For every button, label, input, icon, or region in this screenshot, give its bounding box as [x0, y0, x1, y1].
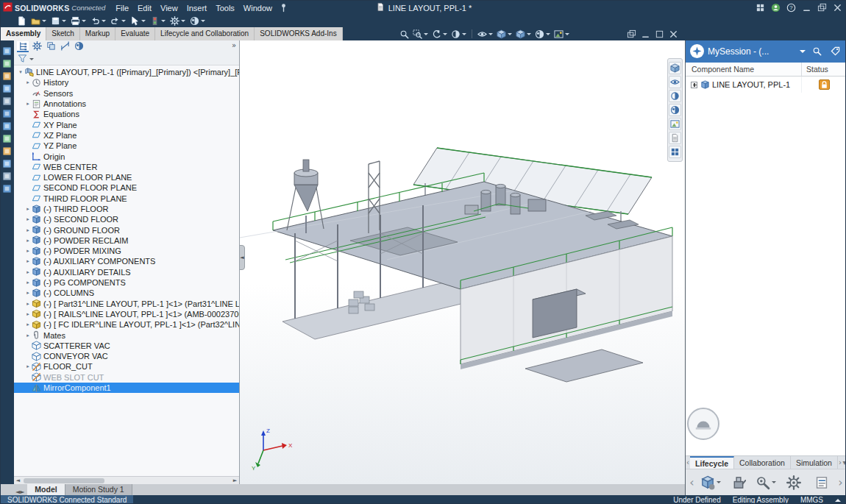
appearances-icon[interactable]: [533, 29, 552, 40]
cascade-windows-icon[interactable]: [625, 28, 639, 40]
tree-item[interactable]: ▸(-) GROUND FLOOR: [14, 224, 239, 235]
menu-window[interactable]: Window: [239, 4, 277, 13]
appearances-icon[interactable]: [188, 15, 207, 26]
tree-item[interactable]: ▸(-) THIRD FLOOR: [14, 204, 239, 214]
expand-arrow-icon[interactable]: ▸: [24, 79, 32, 85]
user-avatar[interactable]: [769, 1, 783, 14]
tree-item[interactable]: YZ Plane: [14, 141, 239, 151]
tree-item[interactable]: ▸(-) SECOND FLOOR: [14, 214, 239, 224]
expand-row-icon[interactable]: [691, 82, 697, 88]
menu-insert[interactable]: Insert: [182, 4, 212, 13]
left-rail-icon[interactable]: [2, 159, 13, 169]
session-caret-icon[interactable]: [800, 50, 806, 53]
graphics-viewport[interactable]: Z X Y ◄: [240, 40, 685, 484]
tab-lifecycle-and-collaboration[interactable]: Lifecycle and Collaboration: [155, 27, 255, 40]
filter-icon[interactable]: [18, 54, 27, 65]
viewport-tool-icon[interactable]: [669, 76, 681, 88]
undo-icon[interactable]: [89, 15, 107, 26]
revision-icon[interactable]: [727, 472, 750, 494]
pin-menu-icon[interactable]: [277, 1, 291, 14]
left-rail-icon[interactable]: [2, 71, 13, 82]
menu-file[interactable]: File: [111, 4, 133, 13]
scrollbar-thumb[interactable]: [24, 478, 104, 483]
close-window-icon[interactable]: [667, 28, 680, 40]
tree-item[interactable]: ▸(-) AUXILIARY COMPONENTS: [14, 256, 239, 266]
minimize-button[interactable]: [800, 1, 814, 14]
tree-horizontal-scrollbar[interactable]: ◄ ►: [14, 476, 239, 484]
expand-arrow-icon[interactable]: ▸: [24, 322, 32, 327]
expand-arrow-icon[interactable]: ▸: [24, 216, 32, 222]
open-icon[interactable]: [29, 15, 48, 26]
print-icon[interactable]: [69, 15, 88, 26]
status-expand-icon[interactable]: [835, 499, 841, 502]
route-icon[interactable]: [810, 472, 833, 494]
expand-arrow-icon[interactable]: ▸: [24, 227, 32, 233]
left-rail-icon[interactable]: [2, 184, 13, 194]
left-rail-icon[interactable]: [2, 84, 13, 94]
tab-motion-study-1[interactable]: Motion Study 1: [65, 484, 132, 495]
select-icon[interactable]: [129, 15, 147, 26]
zoom-area-icon[interactable]: [411, 29, 430, 40]
expand-arrow-icon[interactable]: ▾: [17, 69, 24, 75]
rebuild-icon[interactable]: [149, 15, 167, 26]
tag-icon[interactable]: [828, 46, 842, 56]
expand-arrow-icon[interactable]: ▸: [24, 333, 32, 338]
viewport-tool-icon[interactable]: [669, 146, 681, 158]
scroll-right-icon[interactable]: ►: [231, 478, 239, 483]
toolbar-scroll-right-icon[interactable]: ›: [836, 475, 845, 489]
panel-expand-icon[interactable]: ▾: [842, 456, 846, 469]
tree-item[interactable]: ▸(-) [ FC IDLER^LINE LAYOUT, PPL-1 ]<1> …: [14, 319, 239, 330]
viewport-tool-icon[interactable]: [669, 62, 681, 74]
expand-arrow-icon[interactable]: ▸: [24, 101, 32, 107]
toolbar-scroll-left-icon[interactable]: ‹: [687, 475, 697, 489]
section-view-icon[interactable]: [449, 29, 468, 40]
panel-tab-simulation[interactable]: Simulation: [791, 456, 838, 469]
tree-item[interactable]: ▸(-) COLUMNS: [14, 288, 239, 298]
component-row[interactable]: LINE LAYOUT, PPL-1: [686, 77, 846, 93]
tree-item[interactable]: ▸History: [14, 77, 239, 88]
propertymanager-tab-icon[interactable]: [31, 41, 43, 52]
new-icon[interactable]: [15, 15, 28, 26]
tree-item[interactable]: ▸(-) AUXILIARY DETAILS: [14, 267, 239, 277]
tree-item[interactable]: ▸Mates: [14, 330, 239, 340]
close-button[interactable]: [831, 1, 845, 14]
panel-tab-lifecycle[interactable]: Lifecycle: [690, 456, 734, 469]
tree-item[interactable]: XY Plane: [14, 119, 239, 129]
left-rail-icon[interactable]: [2, 96, 13, 107]
column-component-name[interactable]: Component Name: [686, 65, 801, 74]
restore-button[interactable]: [815, 1, 829, 14]
expand-arrow-icon[interactable]: ▸: [24, 311, 32, 317]
search-icon[interactable]: [809, 46, 824, 56]
tab-scroll-icon[interactable]: ◄►: [15, 489, 24, 495]
left-rail-icon[interactable]: [2, 109, 13, 119]
flyout-menu-icon[interactable]: »: [232, 41, 236, 49]
expand-arrow-icon[interactable]: ▸: [24, 258, 32, 264]
left-rail-icon[interactable]: [2, 134, 13, 144]
session-label[interactable]: MySession - (...: [708, 46, 796, 57]
tree-item[interactable]: CONVEYOR VAC: [14, 351, 239, 361]
tree-item[interactable]: SCATTERER VAC: [14, 341, 239, 351]
3dexperience-compass-icon[interactable]: [690, 44, 704, 58]
tree-item[interactable]: ▸(-) [ Part31^LINE LAYOUT, PPL-1 ]<1> (P…: [14, 299, 239, 309]
tab-evaluate[interactable]: Evaluate: [115, 27, 155, 40]
locked-status-icon[interactable]: [819, 79, 830, 90]
redo-icon[interactable]: [109, 15, 127, 26]
maximize-window-icon[interactable]: [653, 28, 667, 40]
panel-collapse-handle[interactable]: ◄: [240, 245, 245, 270]
hide-show-icon[interactable]: [476, 29, 494, 40]
3dexperience-compass[interactable]: [687, 408, 719, 440]
menu-tools[interactable]: Tools: [211, 4, 239, 13]
tab-model[interactable]: Model: [27, 484, 65, 495]
left-rail-icon[interactable]: [2, 121, 13, 132]
tab-sketch[interactable]: Sketch: [46, 27, 80, 40]
expand-arrow-icon[interactable]: ▸: [24, 280, 32, 285]
save-icon[interactable]: [49, 15, 68, 26]
expand-arrow-icon[interactable]: ▸: [24, 206, 32, 212]
tree-item[interactable]: Equations: [14, 109, 239, 119]
tree-item[interactable]: ▸Annotations: [14, 99, 239, 109]
expand-arrow-icon[interactable]: ▸: [24, 248, 32, 254]
tree-item[interactable]: LOWER FLOOR PLANE: [14, 172, 239, 182]
tree-item[interactable]: ▸(-) PG COMPONENTS: [14, 277, 239, 288]
viewport-tool-icon[interactable]: [669, 132, 681, 144]
expand-arrow-icon[interactable]: ▸: [24, 363, 32, 369]
